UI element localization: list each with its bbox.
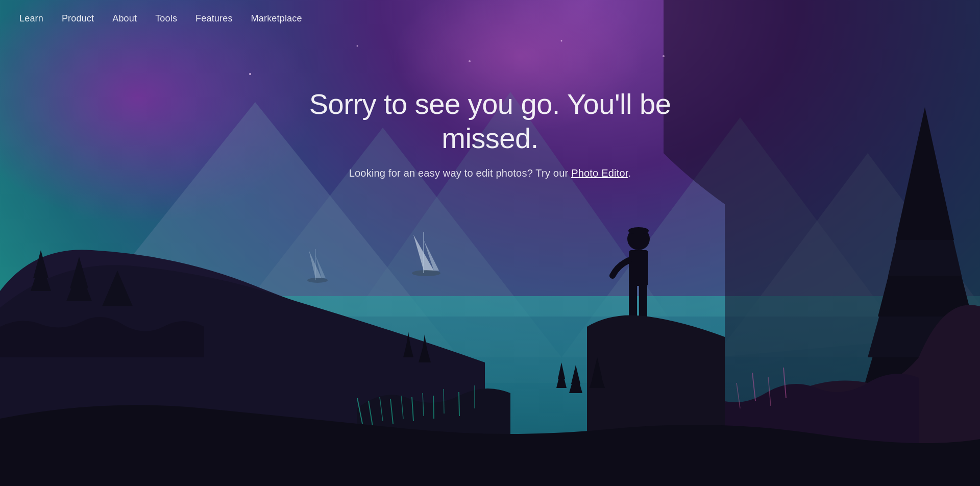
- subtext-after: .: [628, 167, 631, 179]
- nav-about[interactable]: About: [105, 9, 144, 28]
- nav-learn[interactable]: Learn: [12, 9, 51, 28]
- svg-point-64: [561, 40, 562, 42]
- svg-point-41: [628, 227, 649, 234]
- nav-product[interactable]: Product: [55, 9, 101, 28]
- svg-point-61: [249, 73, 251, 75]
- hero-content: Sorry to see you go. You'll be missed. L…: [286, 87, 694, 179]
- svg-line-52: [444, 389, 444, 414]
- svg-line-51: [433, 396, 434, 419]
- nav-marketplace[interactable]: Marketplace: [244, 9, 309, 28]
- hero-heading: Sorry to see you go. You'll be missed.: [286, 87, 694, 155]
- photo-editor-link[interactable]: Photo Editor: [571, 167, 628, 179]
- svg-point-65: [663, 55, 665, 57]
- svg-point-63: [469, 60, 471, 62]
- scene-svg: [0, 0, 980, 486]
- svg-point-14: [307, 278, 328, 283]
- svg-line-53: [459, 392, 459, 416]
- svg-point-62: [357, 45, 358, 47]
- nav-tools[interactable]: Tools: [148, 9, 184, 28]
- hero-subtext: Looking for an easy way to edit photos? …: [286, 167, 694, 179]
- svg-rect-39: [629, 250, 648, 286]
- subtext-before: Looking for an easy way to edit photos? …: [349, 167, 571, 179]
- nav-features[interactable]: Features: [188, 9, 239, 28]
- navbar: Learn Product About Tools Features Marke…: [0, 0, 980, 37]
- svg-point-10: [412, 270, 440, 276]
